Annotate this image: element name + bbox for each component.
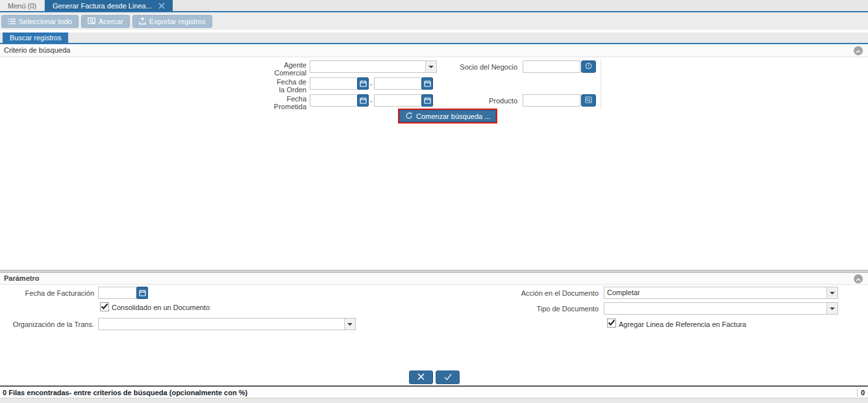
chevron-down-icon: [830, 307, 835, 310]
fecha-orden-from-field: [310, 77, 369, 90]
search-button-highlight: Comenzar búsqueda ...: [398, 109, 497, 124]
organizacion-label: Organización de la Trans.: [0, 320, 94, 328]
window-tab-bar: Menú (0) Generar Factura desde Linea...: [0, 0, 868, 12]
fecha-facturacion-field: [98, 287, 148, 299]
fecha-facturacion-label: Fecha de Facturación: [13, 289, 94, 297]
agente-comercial-value: [310, 61, 425, 72]
consolidado-checkbox[interactable]: [100, 302, 109, 311]
tab-generar-factura[interactable]: Generar Factura desde Linea...: [45, 0, 173, 11]
search-panel-title: Criterio de búsqueda: [4, 46, 70, 54]
cancel-x-icon: [417, 372, 425, 382]
close-tab-icon[interactable]: [158, 3, 165, 9]
chevron-down-icon: [428, 66, 434, 68]
calendar-icon[interactable]: [357, 94, 369, 107]
calendar-icon[interactable]: [136, 287, 148, 299]
checkmark-icon: [608, 319, 615, 328]
tab-buscar-registros[interactable]: Buscar registros: [3, 32, 68, 43]
bottom-strip: [0, 398, 868, 403]
fecha-orden-label: Fecha de la Orden: [273, 78, 306, 94]
tipo-documento-value: [604, 303, 826, 314]
ok-check-icon: [443, 373, 453, 382]
chevron-up-icon: [856, 45, 861, 57]
confirm-button-row: [0, 370, 868, 384]
select-all-label: Seleccionar todo: [19, 18, 72, 25]
search-panel-header: Criterio de búsqueda: [0, 44, 868, 57]
chevron-up-icon: [856, 274, 861, 285]
producto-input[interactable]: [523, 94, 580, 107]
tab-generar-factura-label: Generar Factura desde Linea...: [53, 2, 152, 10]
accion-documento-label: Acción en el Documento: [500, 289, 599, 297]
chevron-down-icon: [347, 323, 353, 326]
agregar-linea-label: Agregar Linea de Referencia en Factura: [619, 320, 746, 328]
cancel-button[interactable]: [409, 370, 433, 384]
select-all-icon: [8, 18, 16, 25]
agregar-linea-checkbox[interactable]: [607, 318, 616, 328]
socio-negocio-search-button[interactable]: [581, 60, 596, 73]
calendar-icon[interactable]: [357, 77, 369, 90]
fecha-prometida-from-input[interactable]: [310, 94, 357, 107]
product-search-icon: [585, 96, 592, 105]
select-all-button[interactable]: Seleccionar todo: [1, 15, 79, 28]
fecha-prometida-label: Fecha Prometida: [273, 95, 306, 110]
parameter-panel-title: Parámetro: [4, 274, 39, 282]
parameter-panel-collapse-button[interactable]: [854, 274, 863, 283]
fecha-prometida-to-input[interactable]: [374, 94, 421, 107]
producto-search-button[interactable]: [581, 94, 596, 107]
status-bar: 0 Filas encontradas- entre criterios de …: [0, 385, 868, 398]
organizacion-value: [99, 318, 344, 330]
column-divider: [601, 59, 601, 110]
export-records-button[interactable]: Exportar registros: [132, 15, 212, 28]
agente-dropdown-button[interactable]: [425, 61, 436, 72]
export-icon: [139, 18, 146, 25]
calendar-icon[interactable]: [421, 77, 433, 90]
fecha-prometida-to-field: [374, 94, 433, 107]
status-count: 0: [857, 389, 868, 396]
refresh-icon: [405, 112, 413, 121]
zoom-icon: [88, 18, 95, 25]
tipo-documento-label: Tipo de Documento: [500, 305, 599, 313]
export-records-label: Exportar registros: [149, 18, 206, 25]
parameter-panel-header: Parámetro: [0, 273, 868, 285]
search-panel-collapse-button[interactable]: [854, 46, 863, 55]
accion-documento-value: Completar: [604, 287, 826, 298]
fecha-orden-to-field: [374, 77, 433, 90]
fecha-orden-from-input[interactable]: [310, 77, 357, 90]
tipo-documento-combobox[interactable]: [604, 302, 838, 315]
range-separator: -: [370, 97, 373, 105]
consolidado-label: Consolidado en un Documento: [112, 304, 210, 311]
producto-label: Producto: [451, 97, 517, 105]
agente-comercial-label: Agente Comercial: [273, 61, 306, 77]
fecha-orden-to-input[interactable]: [374, 77, 421, 90]
content-tab-bar: Buscar registros: [0, 32, 868, 44]
socio-negocio-input[interactable]: [523, 60, 580, 73]
organizacion-combobox[interactable]: [98, 318, 356, 330]
organizacion-dropdown-button[interactable]: [344, 318, 355, 330]
agente-comercial-combobox[interactable]: [310, 60, 437, 73]
accion-dropdown-button[interactable]: [826, 287, 837, 298]
zoom-label: Acercar: [99, 18, 123, 25]
status-message: 0 Filas encontradas- entre criterios de …: [0, 389, 857, 396]
ok-button[interactable]: [436, 370, 460, 384]
fecha-facturacion-input[interactable]: [98, 287, 136, 299]
socio-negocio-label: Socio del Negocio: [451, 63, 517, 71]
tab-menu-label: Menú (0): [8, 2, 36, 10]
tipo-dropdown-button[interactable]: [826, 303, 837, 314]
tab-buscar-registros-label: Buscar registros: [10, 34, 61, 42]
parameter-panel-body: Fecha de Facturación Acción en el Docume…: [0, 285, 868, 363]
start-search-button[interactable]: Comenzar búsqueda ...: [399, 110, 496, 122]
business-partner-search-icon: [585, 62, 592, 71]
start-search-label: Comenzar búsqueda ...: [416, 112, 490, 120]
calendar-icon[interactable]: [421, 94, 433, 107]
application-window: Menú (0) Generar Factura desde Linea... …: [0, 0, 868, 403]
chevron-down-icon: [830, 292, 835, 294]
fecha-prometida-from-field: [310, 94, 369, 107]
checkmark-icon: [101, 303, 108, 311]
accion-documento-combobox[interactable]: Completar: [604, 287, 838, 299]
zoom-button[interactable]: Acercar: [81, 15, 130, 28]
tab-menu[interactable]: Menú (0): [0, 0, 45, 11]
toolbar: Seleccionar todo Acercar Exportar regist…: [0, 12, 868, 30]
search-panel-body: Agente Comercial Socio del Negocio Fecha…: [0, 57, 868, 270]
range-separator: -: [370, 80, 373, 88]
